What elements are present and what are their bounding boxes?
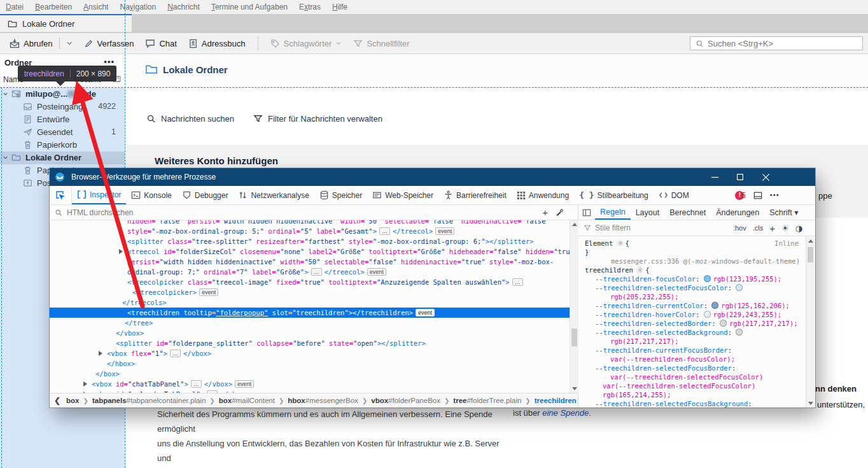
rules-tab-schrift[interactable]: Schrift ▾ <box>764 205 803 220</box>
color-swatch-icon[interactable] <box>720 320 727 327</box>
markup-line[interactable]: <vbox flex="1">…</vbox> <box>50 348 570 358</box>
breadcrumb-item-tabpanels[interactable]: tabpanels#tabpanelcontainer.plain <box>91 397 207 404</box>
addressbook-button[interactable]: Adressbuch <box>184 37 250 50</box>
rules-filter-input[interactable]: Stile filtern <box>595 223 631 232</box>
rule-source-link[interactable]: messenger.css:336 @(-moz-windows-default… <box>585 257 806 266</box>
expand-arrow-icon[interactable] <box>83 381 87 386</box>
markup-line[interactable]: <splitter class="tree-splitter" resizeaf… <box>50 236 570 246</box>
markup-line[interactable]: <treecol id="folderSizeCol" closemenu="n… <box>50 246 570 257</box>
rule-line[interactable]: var(--treechildren-selectedFocusColor) <box>585 381 806 390</box>
color-swatch-icon[interactable] <box>736 284 743 291</box>
devtools-tab-anwendung[interactable]: Anwendung <box>512 186 574 204</box>
rule-line[interactable]: --treechildren-selectedFocusBorder: <box>585 364 806 372</box>
devtools-menu-icon[interactable]: ••• <box>770 192 780 199</box>
markup-line[interactable]: </tree> <box>50 318 570 328</box>
folder-pane-menu-button[interactable]: ••• <box>104 57 115 66</box>
minimize-icon[interactable] <box>702 168 727 186</box>
devtools-tab-speicher[interactable]: Speicher <box>314 186 367 204</box>
rule-line[interactable]: var(--treechildren-selectedFocusColor) <box>585 372 806 381</box>
light-theme-icon[interactable]: ☀ <box>781 223 789 233</box>
sidebar-toggle-icon[interactable] <box>578 205 595 220</box>
color-swatch-icon[interactable] <box>711 302 718 309</box>
rule-line[interactable]: rgb(205,232,255); <box>585 292 806 301</box>
breadcrumb-prev-icon[interactable]: ❮ <box>50 396 65 405</box>
search-messages-link[interactable]: Nachrichten suchen <box>146 114 234 124</box>
markup-line[interactable]: </box> <box>50 369 570 379</box>
breadcrumb-item-hbox[interactable]: hbox#messengerBox <box>286 397 360 404</box>
rule-line[interactable]: --treechildren-currentColor: rgb(125,162… <box>585 301 806 310</box>
rules-tab-layout[interactable]: Layout <box>631 205 665 220</box>
error-count[interactable]: ! 5 <box>735 191 746 200</box>
scroll-up-icon[interactable] <box>572 223 577 226</box>
devtools-tab-inspektor[interactable]: Inspektor <box>72 186 126 204</box>
dark-theme-icon[interactable]: ◑ <box>795 223 802 233</box>
scroll-down-icon[interactable] <box>572 387 577 390</box>
rule-line[interactable]: Element {Inline <box>585 239 806 248</box>
breadcrumb-item-box[interactable]: box#mailContent <box>218 397 276 404</box>
color-swatch-icon[interactable] <box>704 311 711 318</box>
devtools-titlebar[interactable]: Browser-Werkzeuge für mehrere Prozesse <box>50 168 815 186</box>
markup-line[interactable]: </treecolpicker>event <box>50 287 570 297</box>
pseudo-class-button[interactable]: :hov <box>733 224 746 232</box>
global-search-input[interactable]: Suchen <Strg+K> <box>690 36 863 50</box>
color-swatch-icon[interactable] <box>704 275 711 282</box>
rule-line[interactable]: --treechildren-currentFocusBorder: <box>585 346 806 355</box>
rule-line[interactable]: --treechildren-selectedFocusBackground: <box>585 399 806 408</box>
add-node-button[interactable]: + <box>542 207 548 218</box>
rule-line[interactable]: var(--treechildren-focusColor); <box>585 355 806 364</box>
class-button[interactable]: .cls <box>753 224 764 232</box>
rule-line[interactable]: --treechildren-focusColor: rgb(123,195,2… <box>585 274 806 283</box>
devtools-tab-konsole[interactable]: Konsole <box>126 186 176 204</box>
folder-row-lokale-ordner[interactable]: Lokale Ordner <box>0 152 125 164</box>
scrollbar-thumb[interactable] <box>808 247 813 262</box>
compose-button[interactable]: Verfassen <box>80 37 139 50</box>
menu-termine-und-aufgaben[interactable]: Termine und Aufgaben <box>206 0 293 14</box>
markup-line[interactable]: </hbox> <box>50 358 570 369</box>
rule-line[interactable]: rgb(165,214,255); <box>585 390 806 399</box>
show-more-badge[interactable]: … <box>379 227 390 235</box>
expand-arrow-icon[interactable] <box>119 249 123 254</box>
show-more-badge[interactable]: … <box>191 380 202 388</box>
rule-line[interactable]: --treechildren-selectedBorder: rgb(217,2… <box>585 319 806 328</box>
close-icon[interactable] <box>753 168 778 186</box>
folder-row-gesendet[interactable]: Gesendet1 <box>0 126 125 139</box>
get-mail-button[interactable]: Abrufen <box>5 36 77 51</box>
devtools-tab-netzwerkanalyse[interactable]: Netzwerkanalyse <box>233 186 314 204</box>
menu-nachricht[interactable]: Nachricht <box>162 0 206 14</box>
folder-row-posteingang[interactable]: Posteingang4922 <box>0 101 125 113</box>
menu-datei[interactable]: Datei <box>0 0 29 14</box>
event-badge[interactable]: event <box>367 268 386 276</box>
rule-line[interactable]: rgb(217,217,217); <box>585 337 806 346</box>
markup-line[interactable]: hidden="false" persist="width hidden hid… <box>50 220 570 226</box>
markup-line[interactable]: persist="width hidden hiddeninactive" wi… <box>50 257 570 267</box>
rules-tab-änderungen[interactable]: Änderungen <box>711 205 764 220</box>
menu-extras[interactable]: Extras <box>293 0 326 14</box>
rules-tab-regeln[interactable]: Regeln <box>595 205 631 220</box>
markup-line[interactable]: style="-moz-box-ordinal-group: 5;" ordin… <box>50 226 570 236</box>
rules-tab-berechnet[interactable]: Berechnet <box>664 205 711 220</box>
markup-line[interactable]: <vbox id="chatTabPanel">…</vbox>event <box>50 379 570 389</box>
split-console-icon[interactable] <box>753 191 762 200</box>
show-more-badge[interactable]: … <box>170 350 181 357</box>
rule-line[interactable]: } <box>585 248 806 257</box>
markup-line[interactable]: </vbox> <box>50 328 570 338</box>
devtools-tab-debugger[interactable]: Debugger <box>177 186 234 204</box>
markup-line[interactable]: ordinal-group: 7;" ordinal="7" label="Gr… <box>50 267 570 277</box>
element-picker-button[interactable] <box>50 186 72 204</box>
breadcrumb-item-box[interactable]: box <box>65 397 80 404</box>
devtools-tab-web-speicher[interactable]: Web-Speicher <box>367 186 438 204</box>
folder-row-papierkorb[interactable]: Papierkorb <box>0 139 125 152</box>
add-rule-button[interactable]: + <box>769 223 775 234</box>
devtools-tab-dom[interactable]: DOM <box>654 186 694 204</box>
tab-lokale-ordner[interactable]: Lokale Ordner <box>0 14 132 32</box>
menu-navigation[interactable]: Navigation <box>114 0 162 14</box>
scroll-up-icon[interactable] <box>808 239 813 243</box>
chat-button[interactable]: Chat <box>141 36 181 50</box>
maximize-icon[interactable] <box>727 168 753 186</box>
devtools-tab-stilbearbeitung[interactable]: { }Stilbearbeitung <box>574 186 654 204</box>
scrollbar-thumb[interactable] <box>571 329 577 346</box>
rule-line[interactable]: --treechildren-hoverColor: rgb(229,243,2… <box>585 310 806 319</box>
color-swatch-icon[interactable] <box>736 329 743 336</box>
quickfilter-button[interactable]: Schnellfilter <box>349 37 414 50</box>
scroll-down-icon[interactable] <box>808 402 813 405</box>
